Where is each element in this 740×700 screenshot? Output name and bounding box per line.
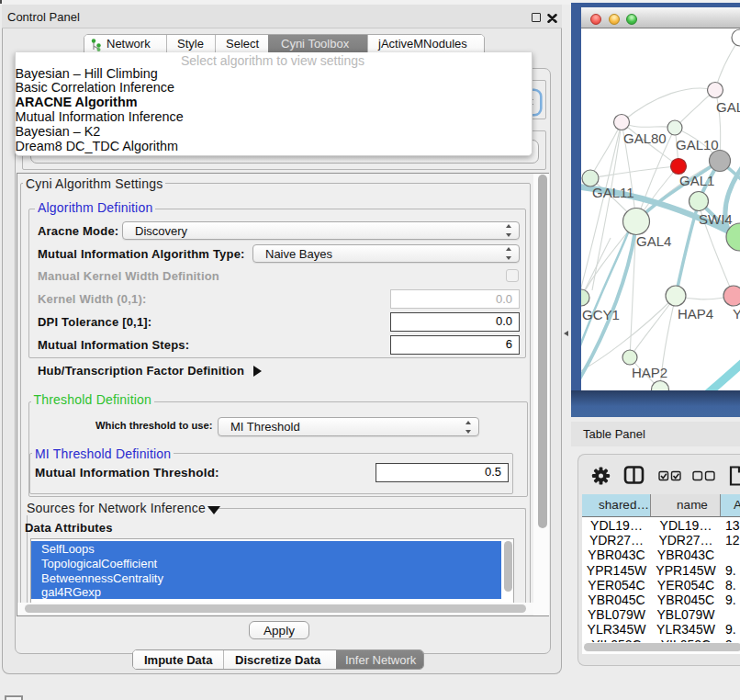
svg-text:GAL2: GAL2	[716, 99, 740, 115]
svg-text:HAP4: HAP4	[678, 306, 713, 322]
svg-text:GAL10: GAL10	[676, 137, 719, 152]
svg-text:HAP2: HAP2	[632, 365, 667, 380]
svg-text:GAL11: GAL11	[592, 185, 634, 200]
svg-text:GCY1: GCY1	[582, 307, 620, 322]
svg-text:SWI4: SWI4	[699, 211, 733, 227]
svg-text:GAL80: GAL80	[623, 130, 667, 146]
svg-text:GAL4: GAL4	[636, 233, 671, 249]
svg-text:GAL1: GAL1	[679, 173, 714, 188]
svg-text:Y: Y	[733, 306, 740, 322]
